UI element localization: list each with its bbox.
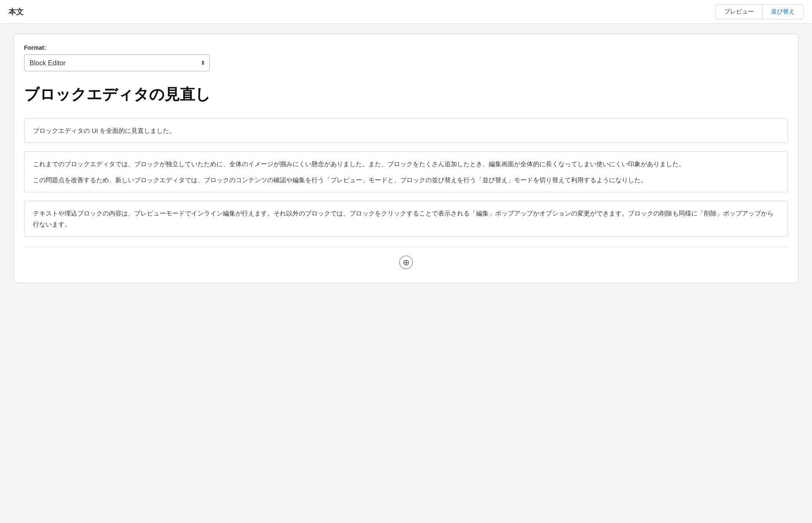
add-block-icon: ⊕ bbox=[403, 258, 410, 267]
block-1-text: ブロックエディタの UI を全面的に見直しました。 bbox=[33, 125, 779, 136]
content-block-2[interactable]: これまでのブロックエディタでは、ブロックが独立していたために、全体のイメージが掴… bbox=[24, 151, 788, 192]
article-title[interactable]: ブロックエディタの見直し bbox=[24, 85, 788, 105]
preview-button[interactable]: プレビュー bbox=[715, 4, 762, 19]
page-wrapper: 本文 プレビュー 並び替え Format: Block Editor HTML … bbox=[0, 0, 812, 523]
block-2-para-1: これまでのブロックエディタでは、ブロックが独立していたために、全体のイメージが掴… bbox=[33, 159, 779, 170]
block-2-para-2: この問題点を改善するため、新しいブロックエディタでは、ブロックのコンテンツの確認… bbox=[33, 175, 779, 186]
sort-button[interactable]: 並び替え bbox=[762, 4, 804, 19]
top-bar: 本文 プレビュー 並び替え bbox=[0, 0, 812, 24]
format-section: Format: Block Editor HTML Editor Markdow… bbox=[24, 44, 788, 71]
content-block-3[interactable]: テキストや埋込ブロックの内容は、プレビューモードでインライン編集が行えます。それ… bbox=[24, 201, 788, 237]
block-3-para-1: テキストや埋込ブロックの内容は、プレビューモードでインライン編集が行えます。それ… bbox=[33, 208, 779, 229]
top-bar-actions: プレビュー 並び替え bbox=[715, 4, 804, 19]
content-block-1[interactable]: ブロックエディタの UI を全面的に見直しました。 bbox=[24, 118, 788, 143]
format-label: Format: bbox=[24, 44, 788, 51]
editor-container: Format: Block Editor HTML Editor Markdow… bbox=[14, 34, 798, 283]
page-title: 本文 bbox=[8, 7, 24, 17]
content-blocks: ブロックエディタの UI を全面的に見直しました。 これまでのブロックエディタで… bbox=[24, 118, 788, 237]
format-select[interactable]: Block Editor HTML Editor Markdown bbox=[24, 54, 210, 71]
add-block-row: ⊕ bbox=[24, 247, 788, 272]
format-select-wrapper: Block Editor HTML Editor Markdown ⬍ bbox=[24, 54, 210, 71]
add-block-button[interactable]: ⊕ bbox=[399, 256, 413, 269]
main-content: Format: Block Editor HTML Editor Markdow… bbox=[0, 24, 812, 523]
